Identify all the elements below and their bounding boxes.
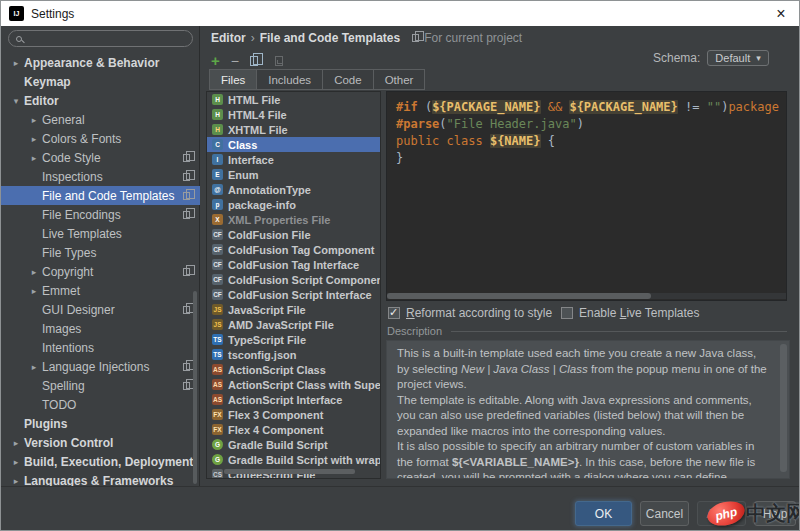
chevron-right-icon[interactable]: ▸ bbox=[27, 115, 41, 125]
sidebar-item-code-style[interactable]: ▸Code Style bbox=[1, 148, 200, 167]
tab-code[interactable]: Code bbox=[323, 69, 374, 90]
reset-template-button[interactable] bbox=[275, 56, 283, 66]
sidebar-item-gui-designer[interactable]: GUI Designer bbox=[1, 300, 200, 319]
settings-dialog: IJ Settings × ▸Appearance & Behavior Key… bbox=[0, 0, 800, 531]
template-item[interactable]: CFColdFusion Tag Interface bbox=[207, 257, 380, 272]
template-item[interactable]: @AnnotationType bbox=[207, 182, 380, 197]
template-item[interactable]: XXML Properties File bbox=[207, 212, 380, 227]
template-item[interactable]: TSTypeScript File bbox=[207, 332, 380, 347]
scrollbar-thumb[interactable] bbox=[387, 293, 651, 299]
sidebar-item-spelling[interactable]: Spelling bbox=[1, 376, 200, 395]
code-line: #parse("File Header.java") bbox=[396, 116, 777, 133]
sidebar-item-version-control[interactable]: ▸Version Control bbox=[1, 433, 200, 452]
template-editor[interactable]: #if (${PACKAGE_NAME} && ${PACKAGE_NAME} … bbox=[386, 91, 787, 301]
template-item[interactable]: FXFlex 3 Component bbox=[207, 407, 380, 422]
template-item[interactable]: CFColdFusion File bbox=[207, 227, 380, 242]
sidebar-scrollbar[interactable] bbox=[193, 291, 197, 484]
template-item[interactable]: ASActionScript Interface bbox=[207, 392, 380, 407]
live-templates-checkbox[interactable] bbox=[561, 307, 573, 319]
schema-label: Schema: bbox=[653, 51, 700, 65]
template-item[interactable]: HHTML File bbox=[207, 92, 380, 107]
watermark-php-logo: php bbox=[705, 497, 747, 529]
reformat-option: Reformat according to style bbox=[388, 306, 552, 320]
file-type-icon: G bbox=[212, 454, 223, 465]
sidebar-item-keymap[interactable]: Keymap bbox=[1, 72, 200, 91]
file-type-icon: AS bbox=[212, 394, 223, 405]
file-type-icon: FX bbox=[212, 424, 223, 435]
add-template-button[interactable]: + bbox=[211, 55, 220, 67]
template-item[interactable]: JSAMD JavaScript File bbox=[207, 317, 380, 332]
template-item[interactable]: ASActionScript Class bbox=[207, 362, 380, 377]
sidebar-item-images[interactable]: Images bbox=[1, 319, 200, 338]
sidebar-item-editor[interactable]: ▾Editor bbox=[1, 91, 200, 110]
template-item[interactable]: IInterface bbox=[207, 152, 380, 167]
breadcrumb-section[interactable]: Editor bbox=[211, 31, 246, 45]
file-type-icon: AS bbox=[212, 379, 223, 390]
sidebar-item-file-types[interactable]: File Types bbox=[1, 243, 200, 262]
cancel-button[interactable]: Cancel bbox=[640, 501, 689, 526]
template-item[interactable]: CFColdFusion Script Interface bbox=[207, 287, 380, 302]
reformat-checkbox[interactable] bbox=[388, 307, 400, 319]
template-item[interactable]: EEnum bbox=[207, 167, 380, 182]
template-item[interactable]: GGradle Build Script with wrapper bbox=[207, 452, 380, 467]
template-item[interactable]: GGradle Build Script bbox=[207, 437, 380, 452]
tab-includes[interactable]: Includes bbox=[257, 69, 323, 90]
file-type-icon: CF bbox=[212, 274, 223, 285]
sidebar-item-file-encodings[interactable]: File Encodings bbox=[1, 205, 200, 224]
chevron-right-icon[interactable]: ▸ bbox=[27, 153, 41, 163]
template-item[interactable]: TStsconfig.json bbox=[207, 347, 380, 362]
tab-other[interactable]: Other bbox=[374, 69, 426, 90]
tab-files[interactable]: Files bbox=[209, 69, 257, 90]
template-item[interactable]: ppackage-info bbox=[207, 197, 380, 212]
sidebar-item-copyright[interactable]: ▸Copyright bbox=[1, 262, 200, 281]
chevron-right-icon[interactable]: ▸ bbox=[27, 134, 41, 144]
sidebar-item-emmet[interactable]: ▸Emmet bbox=[1, 281, 200, 300]
template-item[interactable]: HHTML4 File bbox=[207, 107, 380, 122]
search-input[interactable] bbox=[27, 32, 177, 46]
template-item[interactable]: ASActionScript Class with Supers bbox=[207, 377, 380, 392]
sidebar-item-general[interactable]: ▸General bbox=[1, 110, 200, 129]
settings-sidebar: ▸Appearance & Behavior Keymap ▾Editor ▸G… bbox=[1, 26, 200, 486]
sidebar-item-live-templates[interactable]: Live Templates bbox=[1, 224, 200, 243]
sidebar-item-languages-frameworks[interactable]: ▸Languages & Frameworks bbox=[1, 471, 200, 486]
copy-template-button[interactable] bbox=[250, 56, 258, 66]
chevron-right-icon[interactable]: ▸ bbox=[9, 438, 23, 448]
sidebar-item-build-execution-deployment[interactable]: ▸Build, Execution, Deployment bbox=[1, 452, 200, 471]
sidebar-item-language-injections[interactable]: ▸Language Injections bbox=[1, 357, 200, 376]
sidebar-item-appearance-behavior[interactable]: ▸Appearance & Behavior bbox=[1, 53, 200, 72]
settings-search-box[interactable] bbox=[8, 30, 193, 47]
watermark: php 中文网 bbox=[707, 498, 800, 528]
template-item[interactable]: CFColdFusion Script Component bbox=[207, 272, 380, 287]
editor-horizontal-scrollbar[interactable] bbox=[387, 293, 786, 299]
ok-button[interactable]: OK bbox=[575, 501, 632, 526]
chevron-right-icon[interactable]: ▸ bbox=[9, 58, 23, 68]
description-scrollbar[interactable] bbox=[780, 344, 787, 472]
chevron-right-icon[interactable]: ▸ bbox=[27, 362, 41, 372]
template-item[interactable]: JSJavaScript File bbox=[207, 302, 380, 317]
close-icon[interactable]: × bbox=[763, 1, 799, 26]
remove-template-button[interactable]: − bbox=[231, 55, 239, 67]
sidebar-item-inspections[interactable]: Inspections bbox=[1, 167, 200, 186]
sidebar-item-colors-fonts[interactable]: ▸Colors & Fonts bbox=[1, 129, 200, 148]
chevron-down-icon[interactable]: ▾ bbox=[9, 96, 23, 106]
template-item-selected[interactable]: CClass bbox=[207, 137, 380, 152]
per-project-icon bbox=[183, 363, 190, 371]
window-title: Settings bbox=[31, 7, 74, 21]
template-item[interactable]: CFColdFusion Tag Component bbox=[207, 242, 380, 257]
template-item[interactable]: HXHTML File bbox=[207, 122, 380, 137]
sidebar-item-file-and-code-templates[interactable]: File and Code Templates bbox=[1, 186, 200, 205]
chevron-right-icon[interactable]: ▸ bbox=[9, 457, 23, 467]
sidebar-item-plugins[interactable]: Plugins bbox=[1, 414, 200, 433]
list-horizontal-scrollbar[interactable] bbox=[224, 469, 355, 474]
schema-dropdown[interactable]: Default ▾ bbox=[707, 50, 768, 66]
chevron-right-icon[interactable]: ▸ bbox=[9, 476, 23, 486]
chevron-right-icon[interactable]: ▸ bbox=[27, 286, 41, 296]
sidebar-item-intentions[interactable]: Intentions bbox=[1, 338, 200, 357]
file-type-icon: E bbox=[212, 169, 223, 180]
chevron-right-icon[interactable]: ▸ bbox=[27, 267, 41, 277]
file-type-icon: X bbox=[212, 214, 223, 225]
file-type-icon: I bbox=[212, 154, 223, 165]
sidebar-item-todo[interactable]: TODO bbox=[1, 395, 200, 414]
file-type-icon: CF bbox=[212, 229, 223, 240]
template-item[interactable]: FXFlex 4 Component bbox=[207, 422, 380, 437]
